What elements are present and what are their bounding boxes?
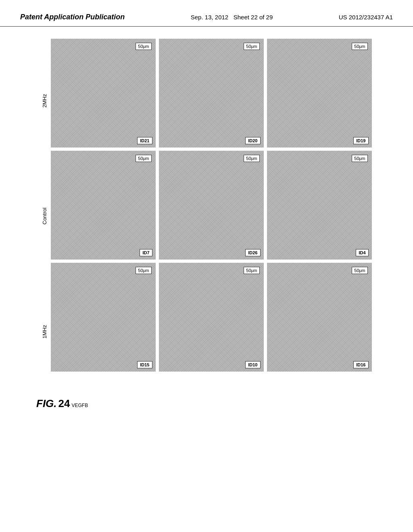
cell-id20: 50μm ID20 xyxy=(159,39,264,148)
cell-image-id21 xyxy=(51,39,156,148)
id-label-id20: ID20 xyxy=(245,137,260,144)
image-grid: 50μm ID21 50μm ID20 50μm ID19 5 xyxy=(51,39,372,372)
row-label-2mhz: 2MHz xyxy=(42,44,48,157)
cell-id26: 50μm ID26 xyxy=(159,151,264,260)
cell-id4: 50μm ID4 xyxy=(267,151,372,260)
cell-image-id10 xyxy=(159,263,264,372)
id-label-id16: ID16 xyxy=(353,361,368,368)
cell-image-id4 xyxy=(267,151,372,260)
fig-label: FIG. xyxy=(36,397,57,410)
scale-id20: 50μm xyxy=(244,43,259,50)
scale-id21: 50μm xyxy=(136,43,151,50)
scale-id4: 50μm xyxy=(352,155,367,162)
publication-date: Sep. 13, 2012 xyxy=(191,14,228,21)
scale-id15: 50μm xyxy=(136,267,151,274)
scale-id26: 50μm xyxy=(244,155,259,162)
cell-image-id26 xyxy=(159,151,264,260)
cell-id15: 50μm ID15 xyxy=(51,263,156,372)
id-label-id10: ID10 xyxy=(245,361,260,368)
cell-id10: 50μm ID10 xyxy=(159,263,264,372)
id-label-id15: ID15 xyxy=(137,361,152,368)
publication-date-sheet: Sep. 13, 2012 Sheet 22 of 29 xyxy=(191,12,273,21)
fig-subscript: VEGFB xyxy=(71,403,88,408)
scale-id16: 50μm xyxy=(352,267,367,274)
scale-id10: 50μm xyxy=(244,267,259,274)
figure-content: 2MHz Control 1MHz 50μm ID21 50μm ID20 xyxy=(0,27,413,418)
cell-image-id20 xyxy=(159,39,264,148)
id-label-id26: ID26 xyxy=(245,249,260,256)
id-label-id21: ID21 xyxy=(137,137,152,144)
cell-image-id15 xyxy=(51,263,156,372)
row-label-1mhz: 1MHz xyxy=(42,275,48,388)
id-label-id4: ID4 xyxy=(356,249,368,256)
figure-caption: FIG. 24 VEGFB xyxy=(36,397,88,410)
publication-title: Patent Application Publication xyxy=(20,12,125,22)
cell-id21: 50μm ID21 xyxy=(51,39,156,148)
grid-row-1: 50μm ID21 50μm ID20 50μm ID19 xyxy=(51,39,372,148)
cell-id7: 50μm ID7 xyxy=(51,151,156,260)
page-header: Patent Application Publication Sep. 13, … xyxy=(0,0,413,27)
cell-id16: 50μm ID16 xyxy=(267,263,372,372)
cell-image-id16 xyxy=(267,263,372,372)
figure-grid-container: 2MHz Control 1MHz 50μm ID21 50μm ID20 xyxy=(42,39,372,389)
cell-id19: 50μm ID19 xyxy=(267,39,372,148)
fig-number: 24 xyxy=(58,397,70,410)
row-labels: 2MHz Control 1MHz xyxy=(42,39,51,389)
patent-number: US 2012/232437 A1 xyxy=(339,12,393,21)
id-label-id7: ID7 xyxy=(140,249,152,256)
grid-row-3: 50μm ID15 50μm ID10 50μm ID16 xyxy=(51,263,372,372)
cell-image-id19 xyxy=(267,39,372,148)
grid-row-2: 50μm ID7 50μm ID26 50μm ID4 xyxy=(51,151,372,260)
sheet-info: Sheet 22 of 29 xyxy=(234,14,273,21)
cell-image-id7 xyxy=(51,151,156,260)
row-label-control: Control xyxy=(42,160,48,272)
scale-id7: 50μm xyxy=(136,155,151,162)
id-label-id19: ID19 xyxy=(353,137,368,144)
scale-id19: 50μm xyxy=(352,43,367,50)
